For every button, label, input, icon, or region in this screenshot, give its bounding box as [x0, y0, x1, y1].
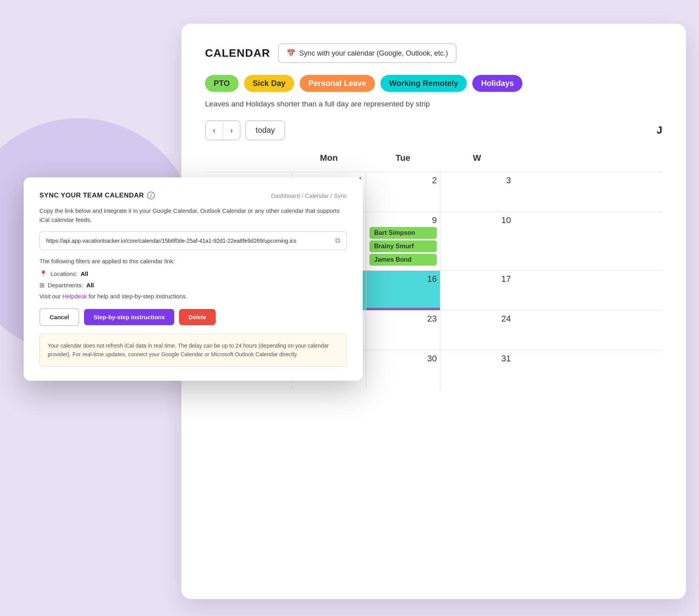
warning-text: Your calendar does not refresh iCal data… [48, 341, 339, 359]
modal-body-text: Copy the link below and integrate it in … [39, 207, 347, 224]
filter-departments: ⊞ Departments: All [39, 281, 347, 289]
sync-modal: SYNC YOUR TEAM CALENDAR i Dashboard / Ca… [24, 177, 363, 381]
modal-header: SYNC YOUR TEAM CALENDAR i Dashboard / Ca… [39, 192, 347, 199]
filter-locations-value: All [80, 270, 88, 277]
cancel-button[interactable]: Cancel [39, 308, 79, 326]
filter-locations: 📍 Locations: All [39, 270, 347, 277]
calendar-url: https://api.app.vacationtracker.io/core/… [46, 238, 331, 244]
step-by-step-button[interactable]: Step-by-step instructions [84, 309, 174, 325]
warning-box: Your calendar does not refresh iCal data… [39, 334, 347, 367]
info-icon[interactable]: i [147, 192, 155, 199]
modal-title: SYNC YOUR TEAM CALENDAR i [39, 192, 155, 199]
filters-label: The following filters are applied to thi… [39, 258, 347, 264]
filter-departments-value: All [86, 282, 94, 288]
modal-overlay: SYNC YOUR TEAM CALENDAR i Dashboard / Ca… [0, 0, 699, 616]
modal-actions: Cancel Step-by-step instructions Delete [39, 308, 347, 326]
copy-icon[interactable]: ⧉ [335, 236, 340, 245]
helpdesk-link[interactable]: Helpdesk [62, 293, 87, 300]
location-icon: 📍 [39, 270, 47, 277]
departments-icon: ⊞ [39, 281, 45, 289]
helpdesk-text: Visit our Helpdesk for help and step-by-… [39, 293, 347, 300]
url-box: https://api.app.vacationtracker.io/core/… [39, 231, 347, 250]
breadcrumb: Dashboard / Calendar / Sync [271, 192, 347, 199]
delete-button[interactable]: Delete [179, 309, 216, 325]
